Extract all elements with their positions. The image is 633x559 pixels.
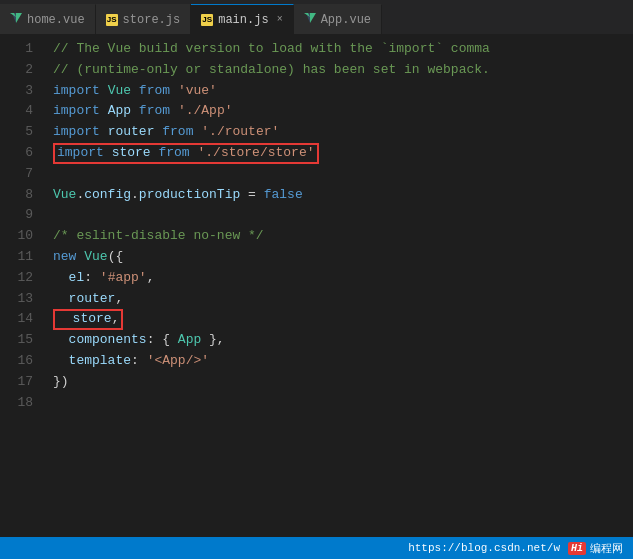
token-plain: , xyxy=(112,311,120,326)
token-plain xyxy=(170,101,178,122)
line-numbers: 123456789101112131415161718 xyxy=(0,35,45,537)
tab-label: main.js xyxy=(218,13,268,27)
token-plain xyxy=(100,81,108,102)
line-number: 2 xyxy=(0,60,33,81)
code-line: template: '<App/>' xyxy=(53,351,633,372)
token-cm: // The Vue build version to load with th… xyxy=(53,39,490,60)
token-plain xyxy=(131,101,139,122)
token-plain xyxy=(154,122,162,143)
token-plain: : xyxy=(131,351,147,372)
code-line: import Vue from 'vue' xyxy=(53,81,633,102)
watermark-text: 编程网 xyxy=(590,541,623,556)
watermark-icon: Hi xyxy=(568,542,586,555)
line-number: 12 xyxy=(0,268,33,289)
line-number: 17 xyxy=(0,372,33,393)
code-line: components: { App }, xyxy=(53,330,633,351)
token-plain: , xyxy=(147,268,155,289)
code-line xyxy=(53,393,633,414)
token-plain xyxy=(170,81,178,102)
token-prop: store xyxy=(112,145,151,160)
tab-home-vue[interactable]: home.vue xyxy=(0,4,96,34)
token-plain: , xyxy=(115,289,123,310)
token-kw: import xyxy=(53,101,100,122)
tab-close-button[interactable]: × xyxy=(277,14,283,25)
token-str: './App' xyxy=(178,101,233,122)
line-number: 14 xyxy=(0,309,33,330)
token-plain xyxy=(131,81,139,102)
token-plain xyxy=(100,122,108,143)
token-plain xyxy=(100,101,108,122)
svg-marker-3 xyxy=(310,13,316,23)
code-line: new Vue({ xyxy=(53,247,633,268)
code-line: import router from './router' xyxy=(53,122,633,143)
token-plain: }, xyxy=(201,330,224,351)
status-url: https://blog.csdn.net/w xyxy=(408,542,560,554)
token-plain xyxy=(53,289,69,310)
token-plain xyxy=(53,330,69,351)
code-line: import App from './App' xyxy=(53,101,633,122)
token-plain xyxy=(193,122,201,143)
token-cm: // (runtime-only or standalone) has been… xyxy=(53,60,490,81)
token-plain: : { xyxy=(147,330,178,351)
token-plain xyxy=(57,311,73,326)
code-line xyxy=(53,205,633,226)
token-plain: . xyxy=(76,185,84,206)
js-icon: JS xyxy=(106,14,118,26)
svg-marker-0 xyxy=(16,13,22,23)
line-number: 13 xyxy=(0,289,33,310)
tab-bar: home.vueJSstore.jsJSmain.js×App.vue xyxy=(0,0,633,35)
code-content: // The Vue build version to load with th… xyxy=(45,35,633,537)
highlighted-code: store, xyxy=(53,309,123,330)
token-plain: : xyxy=(84,268,100,289)
tab-label: store.js xyxy=(123,13,181,27)
code-line: import store from './store/store' xyxy=(53,143,633,164)
line-number: 5 xyxy=(0,122,33,143)
token-kw: import xyxy=(57,145,104,160)
vue-icon xyxy=(304,13,316,27)
code-line xyxy=(53,164,633,185)
token-plain xyxy=(76,247,84,268)
token-plain: . xyxy=(131,185,139,206)
line-number: 9 xyxy=(0,205,33,226)
token-val: Vue xyxy=(108,81,131,102)
tab-label: home.vue xyxy=(27,13,85,27)
token-plain xyxy=(53,268,69,289)
code-line: }) xyxy=(53,372,633,393)
token-prop: router xyxy=(69,289,116,310)
token-val: App xyxy=(178,330,201,351)
token-kw: new xyxy=(53,247,76,268)
token-prop: el xyxy=(69,268,85,289)
token-prop: App xyxy=(108,101,131,122)
code-line: // (runtime-only or standalone) has been… xyxy=(53,60,633,81)
code-line: router, xyxy=(53,289,633,310)
code-line: el: '#app', xyxy=(53,268,633,289)
token-val: Vue xyxy=(84,247,107,268)
token-str: './router' xyxy=(201,122,279,143)
code-area: 123456789101112131415161718 // The Vue b… xyxy=(0,35,633,537)
token-kw: from xyxy=(158,145,189,160)
token-plain xyxy=(53,351,69,372)
token-str: './store/store' xyxy=(197,145,314,160)
token-kw: from xyxy=(139,81,170,102)
token-kw: from xyxy=(139,101,170,122)
token-str: 'vue' xyxy=(178,81,217,102)
token-kw: import xyxy=(53,122,100,143)
line-number: 11 xyxy=(0,247,33,268)
watermark: Hi 编程网 xyxy=(568,541,623,556)
token-kw: import xyxy=(53,81,100,102)
highlighted-code: import store from './store/store' xyxy=(53,143,319,164)
code-line: store, xyxy=(53,309,633,330)
tab-main-js[interactable]: JSmain.js× xyxy=(191,4,293,34)
line-number: 6 xyxy=(0,143,33,164)
tab-label: App.vue xyxy=(321,13,371,27)
code-line: Vue.config.productionTip = false xyxy=(53,185,633,206)
code-line: // The Vue build version to load with th… xyxy=(53,39,633,60)
status-bar: https://blog.csdn.net/w Hi 编程网 xyxy=(0,537,633,559)
token-val: Vue xyxy=(53,185,76,206)
tab-app-vue[interactable]: App.vue xyxy=(294,4,382,34)
tab-store-js[interactable]: JSstore.js xyxy=(96,4,192,34)
line-number: 10 xyxy=(0,226,33,247)
token-cm: /* eslint-disable no-new */ xyxy=(53,226,264,247)
line-number: 8 xyxy=(0,185,33,206)
token-plain: ({ xyxy=(108,247,124,268)
